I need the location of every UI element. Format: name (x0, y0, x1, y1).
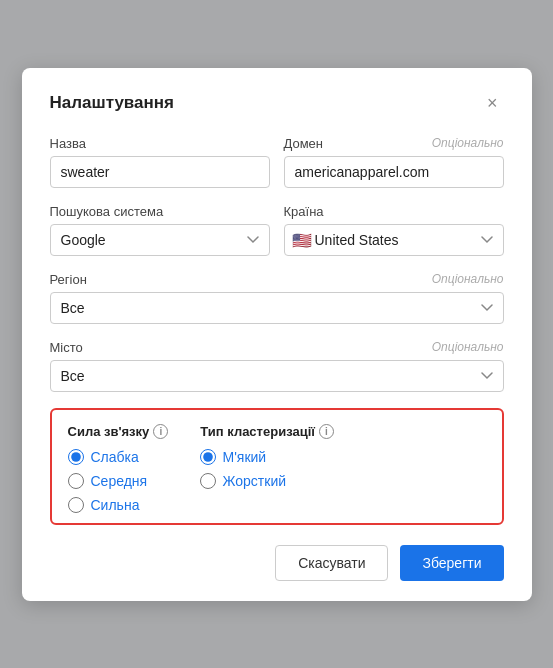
group-search-engine: Пошукова система Google Bing Yahoo (50, 204, 270, 256)
group-country: Країна 🇺🇸 United States United Kingdom C… (284, 204, 504, 256)
row-city: Місто Опціонально Все (50, 340, 504, 392)
link-strength-info-icon[interactable]: i (153, 424, 168, 439)
region-select[interactable]: Все (50, 292, 504, 324)
radio-link-strong-input[interactable] (68, 497, 84, 513)
country-select[interactable]: United States United Kingdom Canada (284, 224, 504, 256)
row-search-country: Пошукова система Google Bing Yahoo Країн… (50, 204, 504, 256)
label-row-country: Країна (284, 204, 504, 219)
radio-link-medium-input[interactable] (68, 473, 84, 489)
radio-link-weak[interactable]: Слабка (68, 449, 168, 465)
save-button[interactable]: Зберегти (400, 545, 503, 581)
modal-header: Налаштування × (50, 92, 504, 114)
radio-link-weak-label: Слабка (91, 449, 139, 465)
radio-cluster-soft[interactable]: М'який (200, 449, 300, 465)
label-row-region: Регіон Опціонально (50, 272, 504, 287)
close-button[interactable]: × (481, 92, 504, 114)
domain-input[interactable] (284, 156, 504, 188)
radio-cluster-soft-input[interactable] (200, 449, 216, 465)
modal-footer: Скасувати Зберегти (50, 545, 504, 581)
city-optional: Опціонально (432, 340, 504, 354)
row-name-domain: Назва Домен Опціонально (50, 136, 504, 188)
radio-columns: Слабка Середня Сильна М'який (68, 449, 486, 513)
radio-link-weak-input[interactable] (68, 449, 84, 465)
radio-link-strong[interactable]: Сильна (68, 497, 168, 513)
modal: Налаштування × Назва Домен Опціонально (22, 68, 532, 601)
search-engine-select[interactable]: Google Bing Yahoo (50, 224, 270, 256)
radio-link-strong-label: Сильна (91, 497, 140, 513)
search-engine-label: Пошукова система (50, 204, 164, 219)
region-optional: Опціонально (432, 272, 504, 286)
cancel-button[interactable]: Скасувати (275, 545, 388, 581)
domain-optional: Опціонально (432, 136, 504, 150)
country-select-wrapper: 🇺🇸 United States United Kingdom Canada (284, 224, 504, 256)
radio-link-medium-label: Середня (91, 473, 148, 489)
link-strength-options: Слабка Середня Сильна (68, 449, 168, 513)
radio-cluster-hard[interactable]: Жорсткий (200, 473, 300, 489)
section-box-header: Сила зв'язку i Тип кластеризації i (68, 424, 486, 439)
label-row-city: Місто Опціонально (50, 340, 504, 355)
clustering-type-info-icon[interactable]: i (319, 424, 334, 439)
domain-label: Домен (284, 136, 324, 151)
name-label: Назва (50, 136, 86, 151)
group-city: Місто Опціонально Все (50, 340, 504, 392)
name-input[interactable] (50, 156, 270, 188)
country-label: Країна (284, 204, 324, 219)
city-select[interactable]: Все (50, 360, 504, 392)
label-row-name: Назва (50, 136, 270, 151)
link-strength-label: Сила зв'язку i (68, 424, 169, 439)
radio-cluster-soft-label: М'який (223, 449, 267, 465)
row-region: Регіон Опціонально Все (50, 272, 504, 324)
region-label: Регіон (50, 272, 87, 287)
modal-overlay: Налаштування × Назва Домен Опціонально (0, 0, 553, 668)
clustering-type-options: М'який Жорсткий (200, 449, 300, 513)
radio-cluster-hard-label: Жорсткий (223, 473, 287, 489)
radio-link-medium[interactable]: Середня (68, 473, 168, 489)
radio-cluster-hard-input[interactable] (200, 473, 216, 489)
modal-title: Налаштування (50, 93, 175, 113)
label-row-domain: Домен Опціонально (284, 136, 504, 151)
link-clustering-box: Сила зв'язку i Тип кластеризації i Слабк… (50, 408, 504, 525)
group-domain: Домен Опціонально (284, 136, 504, 188)
label-row-search: Пошукова система (50, 204, 270, 219)
group-name: Назва (50, 136, 270, 188)
city-label: Місто (50, 340, 83, 355)
clustering-type-label: Тип кластеризації i (200, 424, 334, 439)
group-region: Регіон Опціонально Все (50, 272, 504, 324)
